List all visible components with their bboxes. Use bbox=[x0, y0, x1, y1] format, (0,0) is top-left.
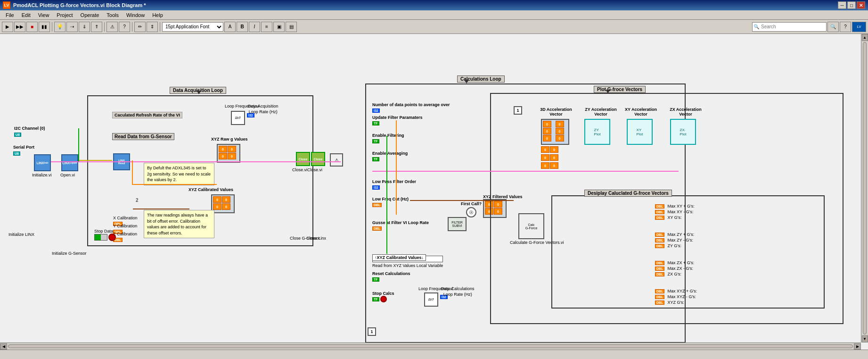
open-vi-icon[interactable]: LINXOpen bbox=[61, 154, 78, 171]
first-call-node: First Call? Ⓐ bbox=[461, 201, 482, 218]
i2c-channel-node: I2C Channel (0) U8 bbox=[14, 126, 45, 137]
menu-view[interactable]: View bbox=[34, 11, 53, 19]
reset-calcs-node: Reset Calculations TF bbox=[372, 271, 410, 282]
toolbar: ▶ ▶▶ ■ ▮▮ 💡 ⇢ ⇓ ⇑ ⚠ ? ✏ ⇕ 15pt Applicati… bbox=[0, 20, 868, 34]
initialize-linx-node: Initialize LINX bbox=[8, 232, 34, 237]
arrow-data-acq bbox=[197, 91, 201, 94]
wire-brown-calcs bbox=[410, 200, 514, 201]
run-button[interactable]: ▶ bbox=[2, 22, 13, 32]
pause-button[interactable]: ▮▮ bbox=[39, 22, 50, 32]
arrow-calc-loop bbox=[464, 80, 469, 83]
clean-button[interactable]: ✏ bbox=[134, 22, 146, 32]
stop-data-node: Stop Data bbox=[94, 229, 116, 241]
close-button[interactable]: ✕ bbox=[857, 1, 865, 9]
3d-row4: 00 bbox=[541, 162, 558, 169]
wire-orange-calcs bbox=[396, 120, 397, 215]
font-selector[interactable]: 15pt Application Font bbox=[162, 22, 223, 32]
wire-yellow-1 bbox=[79, 160, 112, 161]
read-data-label: Read Data from G-Sensor bbox=[112, 133, 174, 140]
close-vi-1-icon[interactable]: Close bbox=[296, 152, 310, 166]
abort-button[interactable]: ■ bbox=[26, 22, 38, 32]
toolbar-sep-4 bbox=[160, 22, 160, 32]
font-align-button[interactable]: ≡ bbox=[261, 22, 272, 32]
plot-loop-label: Plot G-froce Vectors bbox=[594, 86, 646, 93]
minimize-button[interactable]: ─ bbox=[838, 1, 846, 9]
two-g-comment: By Defult the ADXL345 is set to 2g sensi… bbox=[144, 163, 214, 185]
wire-orange-2 bbox=[132, 184, 217, 185]
menu-window[interactable]: Window bbox=[123, 11, 148, 19]
app-icon: LV bbox=[3, 1, 10, 9]
initialize-vi-icon[interactable]: LINXInit bbox=[34, 154, 51, 171]
xy-accel-display[interactable]: XYPlot bbox=[627, 119, 653, 145]
data-acq-loop-rate-label: Data AcquisitionLoop Rate (Hz) bbox=[248, 104, 278, 115]
xyz-raw-display: 00 00 bbox=[217, 144, 240, 163]
highlight-button[interactable]: 💡 bbox=[54, 22, 66, 32]
labview-icon[interactable]: LV bbox=[852, 22, 866, 32]
step-over-button[interactable]: ⇢ bbox=[66, 22, 78, 32]
close-vi-2-label: Close.vi bbox=[307, 167, 322, 172]
xy-output-group: DBLMax XY + G's: DBLMax XY - G's: DBLXY … bbox=[655, 204, 695, 221]
display-vectors-label: Desiplay Caluclated G-froce Vectors bbox=[584, 190, 672, 197]
zy-accel-display[interactable]: ZYPlot bbox=[584, 119, 610, 145]
step-into-button[interactable]: ⇓ bbox=[79, 22, 90, 32]
menu-project[interactable]: Project bbox=[53, 11, 76, 19]
help-button[interactable]: ? bbox=[840, 22, 851, 32]
wire-green-calcs bbox=[386, 136, 387, 254]
scrollbar-vertical[interactable]: ▲ ▼ bbox=[861, 34, 868, 342]
enable-filtering-node: Enable Filtering TF bbox=[372, 133, 404, 143]
canvas-area[interactable]: Data Acquisition Loop I2C Channel (0) U8… bbox=[0, 34, 868, 350]
align-button[interactable]: ⇕ bbox=[147, 22, 158, 32]
data-calcs-loop-rate-label: Data CalculationsLoop Rate (Hz) bbox=[441, 286, 475, 297]
extra-btn2[interactable]: ▤ bbox=[286, 22, 297, 32]
number-1-badge: 1 bbox=[514, 106, 522, 115]
menu-tools[interactable]: Tools bbox=[103, 11, 123, 19]
stop-calcs-node: Stop Calcs TF bbox=[372, 291, 394, 302]
window-title: PmodACL Plotting G-force Vectors.vi Bloc… bbox=[13, 2, 146, 8]
update-filter-node: Update Filter Paramaters TF bbox=[372, 115, 423, 125]
xy-accel-label: XY AccelerationVector bbox=[622, 107, 660, 117]
warn-button[interactable]: ⚠ bbox=[106, 22, 118, 32]
scrollbar-horizontal[interactable]: ◀ ▶ bbox=[0, 342, 861, 350]
step-out-button[interactable]: ⇑ bbox=[91, 22, 102, 32]
title-bar-controls[interactable]: ─ □ ✕ bbox=[838, 1, 865, 9]
zy-output-group: DBLMax ZY + G's: DBLMax ZY - G's: DBLZY … bbox=[655, 232, 694, 249]
search-submit-button[interactable]: 🔍 bbox=[827, 22, 839, 32]
refresh-comment: Caculated Refresh Rate of the VI bbox=[112, 112, 182, 118]
wire-orange-1 bbox=[132, 160, 133, 184]
title-bar-left: LV PmodACL Plotting G-force Vectors.vi B… bbox=[3, 1, 146, 9]
close-vi-2-icon[interactable]: Close bbox=[311, 152, 325, 166]
maximize-button[interactable]: □ bbox=[847, 1, 856, 9]
font-size-button[interactable]: A bbox=[224, 22, 236, 32]
enable-averaging-node: Enable Averaging TF bbox=[372, 151, 408, 161]
arrow-plot-loop bbox=[606, 90, 610, 93]
wire-green-1 bbox=[78, 128, 79, 161]
zx-accel-display[interactable]: ZXPlot bbox=[670, 119, 696, 145]
loop-counter: 1 bbox=[368, 327, 376, 336]
menu-bar: File Edit View Project Operate Tools Win… bbox=[0, 10, 868, 20]
num-data-points-node: Number of data points to average over I3… bbox=[372, 102, 450, 113]
3d-row2: 00 bbox=[541, 146, 558, 153]
font-italic-button[interactable]: I bbox=[249, 22, 260, 32]
xyz-calib-local-border: ↑XYZ Calibrated Values↓ bbox=[372, 254, 426, 261]
wire-pink-calcs bbox=[372, 171, 679, 172]
initialize-vi-label: Initialize.vi bbox=[32, 173, 52, 177]
menu-edit[interactable]: Edit bbox=[18, 11, 34, 19]
search-input[interactable] bbox=[759, 22, 825, 32]
zx-output-group: DBLMax ZX + G's: DBLMax ZX - G's: DBLZX … bbox=[655, 260, 694, 277]
serial-port-node: Serial Port U8 bbox=[13, 145, 34, 156]
menu-help[interactable]: Help bbox=[148, 11, 167, 19]
extra-btn1[interactable]: ▣ bbox=[273, 22, 285, 32]
run-continuously-button[interactable]: ▶▶ bbox=[14, 22, 25, 32]
wire-pink-main bbox=[51, 161, 341, 162]
font-bold-button[interactable]: B bbox=[237, 22, 248, 32]
loop-freq-calcs-icon[interactable]: Δt↺ bbox=[424, 292, 438, 307]
context-help-button[interactable]: ? bbox=[119, 22, 130, 32]
menu-file[interactable]: File bbox=[2, 11, 18, 19]
zy-accel-label: ZY AccelerationVector bbox=[582, 107, 620, 117]
z-calib-node: Z Calibration DBL bbox=[113, 232, 137, 242]
menu-operate[interactable]: Operate bbox=[77, 11, 103, 19]
loop-freq-vi-icon[interactable]: Δt↺ bbox=[231, 111, 245, 125]
filter-subvi[interactable]: FILTERSUBVI bbox=[448, 217, 467, 231]
multiply-2-label: 2 bbox=[136, 198, 139, 203]
xyz-raw-comment: XYZ Raw g Values bbox=[211, 137, 248, 142]
